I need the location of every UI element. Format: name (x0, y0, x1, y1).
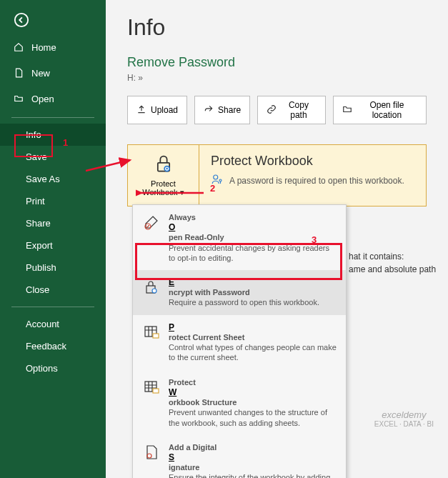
sheet-lock-icon (141, 322, 161, 363)
svg-point-4 (219, 179, 221, 181)
protect-desc: A password is required to open this work… (229, 176, 404, 186)
document-path: H: » (127, 73, 427, 83)
backstage-sidebar: Home New Open Info Save Save As Print Sh… (0, 0, 106, 478)
sidebar-item-export[interactable]: Export (0, 234, 106, 257)
page-title: Info (127, 14, 427, 41)
share-icon (204, 104, 214, 116)
sidebar-item-share[interactable]: Share (0, 212, 106, 234)
annotation-box-3 (135, 243, 342, 280)
properties-text: hat it contains: ame and absolute path (349, 250, 436, 276)
annotation-number: 2 (210, 183, 215, 194)
open-location-button[interactable]: Open file location (333, 96, 427, 124)
sidebar-label: New (31, 68, 50, 79)
svg-point-3 (214, 175, 218, 179)
home-icon (13, 41, 24, 53)
sidebar-item-publish[interactable]: Publish (0, 257, 106, 279)
divider (11, 117, 94, 118)
sidebar-item-new[interactable]: New (0, 60, 106, 86)
annotation-number: 1 (63, 137, 68, 148)
back-button[interactable] (7, 6, 36, 34)
sidebar-item-account[interactable]: Account (0, 313, 106, 335)
copy-path-button[interactable]: Copy path (257, 96, 326, 124)
sidebar-item-close[interactable]: Close (0, 279, 106, 301)
sidebar-item-print[interactable]: Print (0, 190, 106, 212)
protect-heading: Protect Workbook (211, 154, 414, 169)
share-button[interactable]: Share (194, 96, 250, 124)
sidebar-item-options[interactable]: Options (0, 357, 106, 379)
sidebar-label: Open (31, 94, 54, 104)
lock-key-icon (141, 277, 161, 308)
menu-add-digital-signature[interactable]: Add a Digital SignatureEnsure the integr… (133, 435, 346, 478)
upload-icon (136, 104, 146, 116)
new-icon (13, 67, 24, 79)
document-title: Remove Password (127, 55, 427, 70)
sidebar-item-open[interactable]: Open (0, 86, 106, 111)
annotation-number: 3 (312, 234, 317, 245)
svg-point-7 (152, 289, 156, 293)
svg-point-0 (15, 14, 28, 26)
annotation-arrow (136, 186, 207, 200)
grid-lock-icon (141, 377, 161, 428)
sidebar-label: Home (31, 42, 56, 53)
ribbon-doc-icon (141, 442, 161, 478)
annotation-arrow (86, 153, 139, 174)
sidebar-item-home[interactable]: Home (0, 34, 106, 60)
lock-icon (154, 154, 174, 176)
svg-rect-9 (153, 334, 159, 338)
open-icon (13, 93, 24, 104)
folder-icon (342, 104, 352, 116)
menu-protect-current-sheet[interactable]: Protect Current SheetControl what types … (133, 315, 346, 370)
link-icon (267, 104, 277, 116)
watermark: exceldemy EXCEL · DATA · BI (374, 409, 434, 428)
svg-point-12 (147, 454, 151, 458)
svg-line-13 (86, 160, 130, 171)
menu-protect-workbook-structure[interactable]: Protect Workbook StructurePrevent unwant… (133, 370, 346, 435)
action-row: Upload Share Copy path Open file locatio… (127, 96, 427, 124)
annotation-box-1 (14, 134, 53, 157)
svg-rect-11 (153, 389, 159, 393)
sidebar-item-feedback[interactable]: Feedback (0, 335, 106, 357)
upload-button[interactable]: Upload (127, 96, 187, 124)
divider (11, 307, 94, 307)
